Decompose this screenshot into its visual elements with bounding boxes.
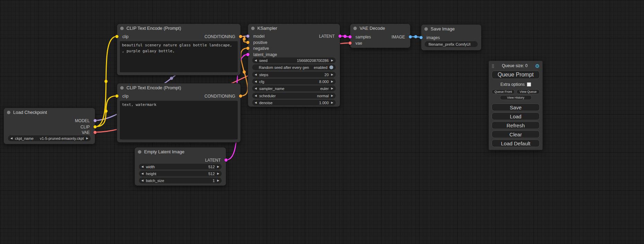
decrement-arrow-icon[interactable]: ◀: [255, 93, 257, 99]
node-empty-latent-image[interactable]: Empty Latent Image LATENT ◀ width 512 ▶ …: [134, 147, 226, 186]
node-clip-text-encode-negative[interactable]: CLIP Text Encode (Prompt) clip CONDITION…: [117, 83, 241, 143]
output-label-clip: CLIP: [80, 124, 90, 130]
node-title-bar[interactable]: Save Image: [421, 25, 481, 33]
collapse-dot-icon[interactable]: [138, 150, 141, 154]
model-input-port[interactable]: [246, 35, 249, 38]
toggle-knob-icon[interactable]: [329, 65, 333, 69]
latent-output-port[interactable]: [224, 159, 228, 162]
node-title-bar[interactable]: CLIP Text Encode (Prompt): [117, 24, 240, 33]
node-title-bar[interactable]: Load Checkpoint: [4, 108, 95, 117]
output-label-conditioning: CONDITIONING: [204, 93, 235, 99]
ckpt-name-widget[interactable]: ◀ ckpt_name v1-5-pruned-emaonly.ckpt ▶: [8, 135, 91, 141]
scheduler-widget[interactable]: ◀ scheduler normal ▶: [252, 93, 336, 99]
queue-front-button[interactable]: Queue Front: [492, 89, 515, 94]
node-vae-decode[interactable]: VAE Decode samples vae IMAGE: [350, 24, 411, 48]
input-label-negative: negative: [253, 46, 269, 51]
conditioning-output-port[interactable]: [239, 94, 242, 98]
decrement-arrow-icon[interactable]: ◀: [255, 57, 257, 63]
increment-arrow-icon[interactable]: ▶: [86, 135, 88, 141]
widget-label: denoise: [259, 101, 273, 105]
node-save-image[interactable]: Save Image images filename_prefix ComfyU…: [421, 24, 482, 51]
widget-label: seed: [259, 58, 267, 63]
negative-input-port[interactable]: [246, 47, 249, 50]
increment-arrow-icon[interactable]: ▶: [331, 57, 333, 63]
conditioning-output-port[interactable]: [239, 35, 242, 38]
decrement-arrow-icon[interactable]: ◀: [141, 178, 143, 183]
node-title-bar[interactable]: VAE Decode: [350, 24, 410, 33]
height-widget[interactable]: ◀ height 512 ▶: [139, 171, 222, 177]
cfg-widget[interactable]: ◀ cfg 8.000 ▶: [252, 79, 336, 84]
increment-arrow-icon[interactable]: ▶: [331, 72, 333, 78]
decrement-arrow-icon[interactable]: ◀: [255, 79, 257, 84]
vae-output-port[interactable]: [94, 131, 97, 134]
extra-options-checkbox[interactable]: [527, 82, 531, 87]
filename-prefix-widget[interactable]: filename_prefix ComfyUI: [425, 41, 478, 47]
width-widget[interactable]: ◀ width 512 ▶: [139, 164, 222, 170]
collapse-dot-icon[interactable]: [251, 27, 255, 30]
node-graph-canvas[interactable]: Load Checkpoint MODEL CLIP VAE ◀ ckpt_na…: [0, 0, 644, 244]
node-clip-text-encode-positive[interactable]: CLIP Text Encode (Prompt) clip CONDITION…: [117, 24, 241, 75]
clip-wire-positive: [95, 36, 117, 127]
negative-prompt-textarea[interactable]: text, watermark: [120, 101, 238, 139]
latent-image-input-port[interactable]: [246, 53, 249, 56]
widget-value: enabled: [314, 65, 327, 70]
extra-options-label: Extra options: [500, 82, 524, 87]
input-label-clip: clip: [122, 93, 129, 99]
increment-arrow-icon[interactable]: ▶: [331, 85, 333, 91]
drag-handle-icon[interactable]: ⣿: [492, 64, 494, 68]
positive-input-port[interactable]: [246, 41, 249, 44]
collapse-dot-icon[interactable]: [120, 86, 124, 90]
seed-widget[interactable]: ◀ seed 156680208700286 ▶: [252, 57, 336, 63]
node-title-bar[interactable]: KSampler: [248, 24, 340, 33]
model-output-port[interactable]: [94, 119, 97, 122]
decrement-arrow-icon[interactable]: ◀: [141, 171, 143, 177]
load-button[interactable]: Load: [492, 112, 540, 120]
decrement-arrow-icon[interactable]: ◀: [255, 72, 257, 78]
image-output-port[interactable]: [409, 35, 412, 38]
clip-input-port[interactable]: [115, 35, 118, 38]
clip-input-port[interactable]: [115, 94, 118, 98]
collapse-dot-icon[interactable]: [7, 111, 10, 114]
save-button[interactable]: Save: [492, 103, 540, 111]
vae-input-port[interactable]: [349, 42, 352, 45]
node-title-bar[interactable]: CLIP Text Encode (Prompt): [117, 83, 240, 92]
latent-output-port[interactable]: [338, 35, 342, 38]
increment-arrow-icon[interactable]: ▶: [331, 100, 333, 106]
decrement-arrow-icon[interactable]: ◀: [255, 85, 257, 91]
widget-value: 156680208700286: [297, 58, 329, 63]
clear-button[interactable]: Clear: [492, 130, 540, 138]
random-seed-toggle-widget[interactable]: Random seed after every gen enabled: [252, 64, 336, 70]
decrement-arrow-icon[interactable]: ◀: [10, 135, 12, 141]
settings-gear-icon[interactable]: ⚙: [535, 63, 540, 69]
denoise-widget[interactable]: ◀ denoise 1.000 ▶: [252, 100, 336, 106]
refresh-button[interactable]: Refresh: [492, 121, 540, 129]
input-label-images: images: [426, 35, 440, 40]
images-input-port[interactable]: [420, 36, 423, 39]
view-history-button[interactable]: View History: [500, 95, 532, 100]
collapse-dot-icon[interactable]: [424, 27, 428, 31]
load-default-button[interactable]: Load Default: [492, 139, 540, 147]
node-title-bar[interactable]: Empty Latent Image: [135, 147, 226, 156]
collapse-dot-icon[interactable]: [120, 27, 124, 30]
increment-arrow-icon[interactable]: ▶: [217, 164, 219, 170]
increment-arrow-icon[interactable]: ▶: [217, 178, 219, 183]
node-title: CLIP Text Encode (Prompt): [126, 26, 181, 31]
sampler-name-widget[interactable]: ◀ sampler_name euler ▶: [252, 85, 336, 91]
increment-arrow-icon[interactable]: ▶: [331, 79, 333, 84]
clip-output-port[interactable]: [94, 125, 97, 128]
queue-prompt-button[interactable]: Queue Prompt: [492, 71, 540, 79]
positive-prompt-textarea[interactable]: beautiful scenery nature glass bottle la…: [120, 41, 238, 72]
image-wire-midpoint-dot: [414, 35, 417, 38]
decrement-arrow-icon[interactable]: ◀: [141, 164, 143, 170]
decrement-arrow-icon[interactable]: ◀: [255, 100, 257, 106]
increment-arrow-icon[interactable]: ▶: [331, 93, 333, 99]
main-menu-panel[interactable]: ⣿ Queue size: 0 ⚙ Queue Prompt Extra opt…: [488, 61, 543, 150]
steps-widget[interactable]: ◀ steps 20 ▶: [252, 72, 336, 78]
collapse-dot-icon[interactable]: [353, 27, 357, 30]
increment-arrow-icon[interactable]: ▶: [217, 171, 219, 177]
batch-size-widget[interactable]: ◀ batch_size 1 ▶: [139, 178, 222, 183]
samples-input-port[interactable]: [349, 35, 352, 38]
view-queue-button[interactable]: View Queue: [517, 89, 540, 94]
node-ksampler[interactable]: KSampler model positive negative latent_…: [248, 24, 340, 107]
node-load-checkpoint[interactable]: Load Checkpoint MODEL CLIP VAE ◀ ckpt_na…: [3, 108, 95, 144]
